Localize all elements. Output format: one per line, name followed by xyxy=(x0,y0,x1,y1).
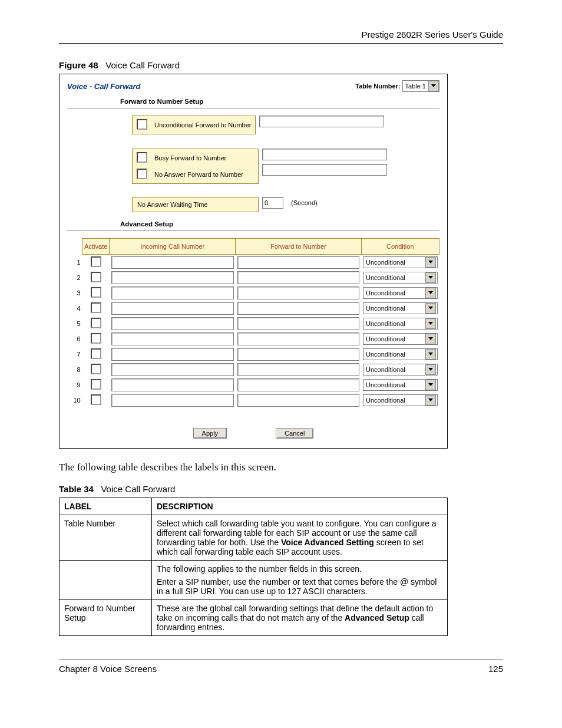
busy-checkbox[interactable] xyxy=(137,152,147,163)
incoming-input[interactable] xyxy=(111,286,234,299)
table-row: 1Unconditional xyxy=(67,255,439,271)
table-caption-prefix: Table 34 xyxy=(59,484,94,494)
busy-input[interactable] xyxy=(262,149,387,160)
unconditional-input[interactable] xyxy=(259,116,384,127)
condition-value: Unconditional xyxy=(366,397,405,404)
table-row: 10Unconditional xyxy=(67,393,439,408)
forward-input[interactable] xyxy=(237,317,359,330)
desc-r3-b: Advanced Setup xyxy=(345,613,409,622)
chevron-down-icon xyxy=(425,349,436,360)
apply-button[interactable]: Apply xyxy=(193,428,227,439)
chevron-down-icon xyxy=(425,288,436,298)
svg-marker-4 xyxy=(428,307,433,309)
incoming-input[interactable] xyxy=(111,271,234,284)
svg-marker-9 xyxy=(428,383,433,386)
desc-r1-b: Voice Advanced Setting xyxy=(281,538,374,547)
table-row: 2Unconditional xyxy=(67,270,439,285)
activate-checkbox[interactable] xyxy=(91,348,101,359)
desc-r2-b: Enter a SIP number, use the number or te… xyxy=(157,577,442,596)
activate-checkbox[interactable] xyxy=(91,379,101,390)
activate-checkbox[interactable] xyxy=(91,318,101,328)
row-number: 3 xyxy=(67,285,82,301)
noanswer-input[interactable] xyxy=(262,164,387,176)
incoming-input[interactable] xyxy=(111,256,234,269)
row-number: 2 xyxy=(67,270,82,285)
condition-select[interactable]: Unconditional xyxy=(363,318,437,330)
forward-input[interactable] xyxy=(237,363,359,376)
chevron-down-icon xyxy=(425,395,436,406)
condition-select[interactable]: Unconditional xyxy=(363,333,437,345)
table-number-control: Table Number: Table 1 xyxy=(355,80,439,92)
footer: Chapter 8 Voice Screens 125 xyxy=(59,660,503,674)
svg-marker-7 xyxy=(428,353,433,355)
table-caption: Table 34 Voice Call Forward xyxy=(59,484,503,494)
incoming-input[interactable] xyxy=(111,363,234,376)
row-number: 4 xyxy=(67,301,82,316)
activate-checkbox[interactable] xyxy=(91,287,101,298)
incoming-input[interactable] xyxy=(111,348,234,361)
forward-input[interactable] xyxy=(237,378,359,391)
table-number-select[interactable]: Table 1 xyxy=(402,80,439,92)
table-number-label: Table Number: xyxy=(355,83,400,90)
activate-checkbox[interactable] xyxy=(91,394,101,405)
header-rule xyxy=(59,43,503,44)
description-table: LABEL DESCRIPTION Table Number Select wh… xyxy=(59,498,448,636)
activate-checkbox[interactable] xyxy=(91,364,101,374)
incoming-input[interactable] xyxy=(111,317,234,330)
noanswer-checkbox[interactable] xyxy=(137,169,147,179)
incoming-input[interactable] xyxy=(111,332,234,345)
waiting-input[interactable]: 0 xyxy=(262,197,283,209)
waiting-unit: (Second) xyxy=(291,199,318,206)
condition-select[interactable]: Unconditional xyxy=(363,348,437,360)
condition-value: Unconditional xyxy=(366,335,405,342)
condition-value: Unconditional xyxy=(366,351,405,358)
condition-select[interactable]: Unconditional xyxy=(363,287,437,299)
row-number: 8 xyxy=(67,362,82,377)
condition-select[interactable]: Unconditional xyxy=(363,379,437,391)
forward-section-label: Forward to Number Setup xyxy=(67,94,439,106)
activate-checkbox[interactable] xyxy=(91,302,101,313)
advanced-section-label: Advanced Setup xyxy=(67,217,439,229)
cancel-button[interactable]: Cancel xyxy=(276,428,313,439)
forward-input[interactable] xyxy=(237,286,359,299)
forward-input[interactable] xyxy=(237,256,359,269)
activate-checkbox[interactable] xyxy=(91,333,101,344)
incoming-input[interactable] xyxy=(111,302,234,315)
table-row: 8Unconditional xyxy=(67,362,439,377)
condition-select[interactable]: Unconditional xyxy=(363,394,437,406)
condition-select[interactable]: Unconditional xyxy=(363,272,437,284)
desc-r1-desc: Select which call forwarding table you w… xyxy=(152,515,448,561)
row-number: 5 xyxy=(67,316,82,331)
forward-input[interactable] xyxy=(237,394,359,407)
forward-input[interactable] xyxy=(237,348,359,361)
condition-value: Unconditional xyxy=(366,259,405,266)
chevron-down-icon xyxy=(425,364,436,375)
forward-input[interactable] xyxy=(237,302,359,315)
desc-r2-desc: The following applies to the number fiel… xyxy=(152,561,448,600)
svg-marker-10 xyxy=(428,398,433,401)
chevron-down-icon xyxy=(425,272,436,283)
svg-marker-1 xyxy=(428,261,433,263)
unconditional-checkbox[interactable] xyxy=(137,119,147,130)
activate-checkbox[interactable] xyxy=(91,256,101,267)
figure-prefix: Figure 48 xyxy=(59,60,98,70)
table-caption-title: Voice Call Forward xyxy=(101,484,175,494)
incoming-input[interactable] xyxy=(111,378,234,391)
activate-checkbox[interactable] xyxy=(91,272,101,282)
forward-input[interactable] xyxy=(237,332,359,345)
section-rule xyxy=(67,108,439,108)
svg-marker-6 xyxy=(428,337,433,340)
incoming-input[interactable] xyxy=(111,394,234,407)
condition-select[interactable]: Unconditional xyxy=(363,302,437,314)
condition-select[interactable]: Unconditional xyxy=(363,256,437,268)
desc-r1-label: Table Number xyxy=(59,515,152,561)
screenshot: Voice - Call Forward Table Number: Table… xyxy=(59,74,448,449)
header-guide: Prestige 2602R Series User's Guide xyxy=(59,29,503,43)
footer-page: 125 xyxy=(488,664,503,674)
chevron-down-icon xyxy=(425,334,436,344)
condition-select[interactable]: Unconditional xyxy=(363,364,437,375)
footer-chapter: Chapter 8 Voice Screens xyxy=(59,664,157,674)
forward-input[interactable] xyxy=(237,271,359,284)
desc-r2-a: The following applies to the number fiel… xyxy=(157,564,442,574)
row-number: 7 xyxy=(67,347,82,362)
